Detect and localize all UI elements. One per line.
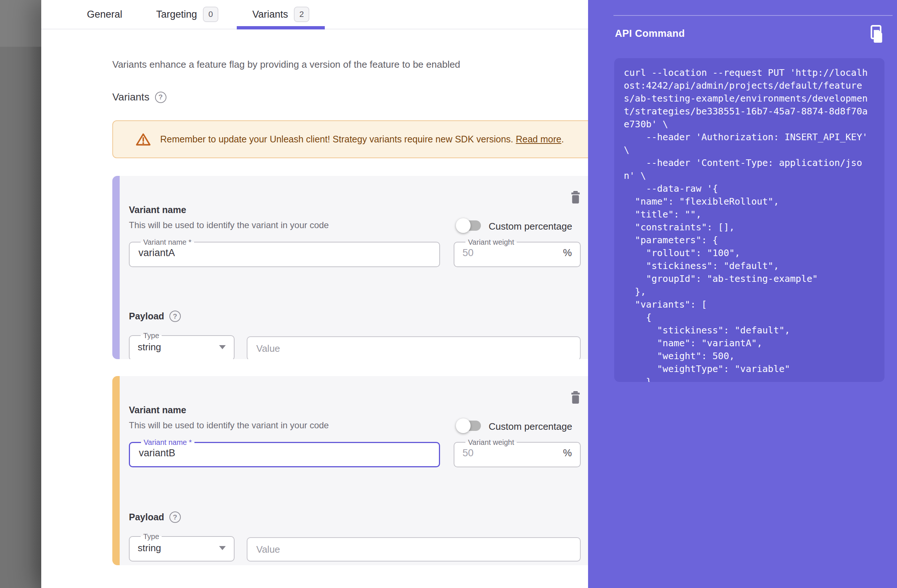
variant-name-heading: Variant name (129, 205, 186, 215)
variant-name-subheading: This will be used to identify the varian… (129, 420, 329, 431)
variant-name-heading: Variant name (129, 405, 186, 415)
copy-icon (867, 24, 884, 44)
payload-type-label: Type (141, 332, 162, 339)
chevron-down-icon (219, 345, 226, 349)
variant-accent-stripe (112, 176, 120, 359)
dimmed-backdrop-header (0, 0, 41, 47)
variants-heading-label: Variants (112, 91, 150, 103)
toggle-thumb (456, 418, 471, 433)
payload-value-input[interactable] (247, 537, 581, 562)
variant-card-variantB: Variant name This will be used to identi… (112, 376, 598, 565)
payload-heading: Payload ? (129, 512, 181, 523)
curl-command-text: curl --location --request PUT 'http://lo… (624, 66, 875, 382)
edit-strategy-modal: General Targeting 0 Variants 2 Variants … (41, 0, 897, 588)
variants-section-heading: Variants ? (112, 91, 167, 103)
dimmed-backdrop-body (0, 47, 41, 588)
variant-name-subheading: This will be used to identify the varian… (129, 220, 329, 231)
payload-type-value: string (138, 542, 161, 554)
variant-name-field-label: Variant name * (141, 238, 194, 246)
payload-type-label: Type (141, 533, 162, 540)
variant-name-field-focused: Variant name * (129, 438, 440, 467)
tab-variants-badge: 2 (294, 7, 309, 22)
copy-command-button[interactable] (865, 24, 886, 45)
payload-value-input[interactable] (247, 336, 581, 359)
custom-percentage-toggle[interactable] (456, 217, 482, 234)
strategy-tabs: General Targeting 0 Variants 2 (41, 0, 588, 29)
percent-suffix: % (563, 447, 572, 459)
variant-weight-field: Variant weight 50 % (454, 438, 581, 467)
tab-general[interactable]: General (70, 0, 139, 29)
payload-type-value: string (138, 342, 161, 353)
delete-variant-button[interactable] (568, 389, 583, 405)
variant-name-field: Variant name * (129, 238, 440, 267)
variant-name-field-label: Variant name * (141, 438, 194, 446)
delete-variant-button[interactable] (568, 189, 583, 205)
variant-weight-input[interactable]: 50 (462, 247, 473, 259)
custom-percentage-label: Custom percentage (488, 221, 572, 232)
variant-weight-field-label: Variant weight (465, 438, 517, 446)
help-icon[interactable]: ? (155, 92, 167, 103)
variant-weight-field-label: Variant weight (465, 238, 517, 246)
payload-type-select[interactable]: Type string (129, 533, 234, 562)
toggle-thumb (456, 218, 471, 233)
custom-percentage-toggle[interactable] (456, 417, 482, 435)
api-command-panel: API Command curl --location --request PU… (588, 0, 897, 588)
payload-heading: Payload ? (129, 310, 181, 322)
payload-help-icon[interactable]: ? (169, 512, 181, 523)
tab-general-label: General (87, 9, 122, 20)
active-tab-indicator (237, 26, 325, 29)
tab-targeting-label: Targeting (156, 9, 197, 20)
screen: General Targeting 0 Variants 2 Variants … (0, 0, 897, 588)
custom-percentage-label: Custom percentage (488, 421, 572, 432)
alert-message: Remember to update your Unleash client! … (160, 134, 564, 145)
tab-targeting[interactable]: Targeting 0 (139, 0, 235, 29)
percent-suffix: % (563, 247, 572, 259)
panel-divider (614, 15, 892, 16)
tab-variants-label: Variants (252, 9, 288, 20)
variant-name-input[interactable] (138, 246, 431, 259)
api-command-title: API Command (615, 28, 685, 40)
curl-command-block: curl --location --request PUT 'http://lo… (614, 58, 885, 382)
trash-icon (570, 191, 581, 204)
read-more-link[interactable]: Read more (516, 134, 562, 144)
chevron-down-icon (219, 546, 226, 550)
tab-variants[interactable]: Variants 2 (235, 0, 326, 29)
variant-name-input[interactable] (138, 446, 431, 459)
payload-help-icon[interactable]: ? (169, 310, 181, 322)
tab-targeting-badge: 0 (203, 7, 218, 22)
warning-icon (136, 133, 151, 146)
variant-weight-input[interactable]: 50 (462, 447, 473, 459)
payload-type-select[interactable]: Type string (129, 332, 234, 359)
sdk-warning-alert: Remember to update your Unleash client! … (112, 120, 597, 158)
variant-accent-stripe (112, 376, 120, 565)
trash-icon (570, 391, 581, 405)
variants-intro-text: Variants enhance a feature flag by provi… (112, 59, 460, 70)
variant-card-variantA: Variant name This will be used to identi… (112, 176, 598, 359)
variant-weight-field: Variant weight 50 % (454, 238, 581, 267)
